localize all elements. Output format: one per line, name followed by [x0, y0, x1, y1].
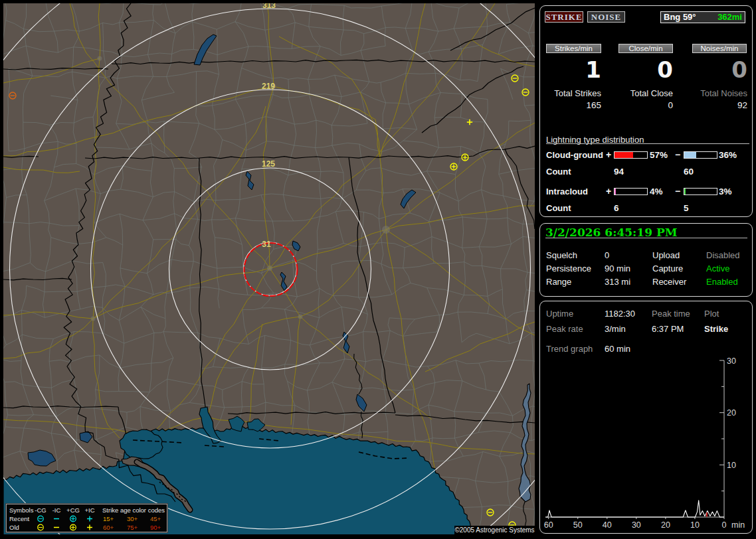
ic-minus-bar-fill: [684, 189, 686, 194]
receiver-label: Receiver: [652, 277, 686, 287]
svg-text:40: 40: [603, 520, 612, 530]
age-90-label: 90+: [150, 524, 161, 532]
capture-label: Capture: [652, 264, 683, 273]
strike-mode-button[interactable]: STRIKE: [545, 11, 583, 23]
ic-minus-sign: −: [675, 186, 680, 196]
noises-per-min-value: 0: [692, 56, 747, 83]
svg-text:10: 10: [690, 520, 700, 530]
map-legend: Symbols -CG -IC +CG +IC Strike age color…: [6, 504, 167, 532]
svg-text:60: 60: [544, 520, 553, 530]
ic-minus-pct: 3%: [719, 187, 732, 196]
ic-minus-count: 5: [684, 203, 689, 213]
recent-pos-cg-icon: [70, 515, 77, 522]
cg-plus-pct: 57%: [650, 150, 668, 160]
age-45-label: 45+: [150, 515, 161, 523]
cg-plus-count: 94: [614, 167, 624, 177]
range-value: 313 mi: [605, 277, 630, 287]
distribution-divider: [546, 143, 749, 144]
ic-plus-sign: +: [606, 186, 611, 196]
legend-ncg-header: -CG: [35, 506, 46, 514]
age-15-label: 15+: [103, 515, 114, 523]
cg-minus-bar-fill: [684, 152, 696, 158]
ic-plus-bar: [614, 188, 648, 195]
legend-pcg-header: +CG: [66, 506, 80, 514]
close-per-min-button[interactable]: Close/min: [618, 44, 673, 53]
legend-nic-header: -IC: [52, 506, 61, 514]
legend-old-label: Old: [9, 524, 19, 532]
intracloud-label: Intracloud: [546, 187, 588, 196]
lightning-map[interactable]: 31321912531 Symbols -CG -IC +CG +IC Stri…: [3, 3, 535, 534]
app-window: 31321912531 Symbols -CG -IC +CG +IC Stri…: [0, 0, 756, 539]
range-ring-label-219: 219: [262, 82, 275, 91]
cg-minus-count: 60: [684, 167, 694, 177]
cg-plus-sign: +: [606, 149, 611, 160]
cg-minus-sign: −: [675, 149, 680, 160]
recent-neg-cg-icon: [37, 515, 45, 522]
total-noises-label: Total Noises: [692, 88, 747, 98]
range-ring-label-125: 125: [262, 159, 275, 169]
squelch-label: Squelch: [546, 250, 577, 260]
upload-status: Disabled: [706, 250, 740, 260]
cg-count-label: Count: [546, 167, 571, 177]
strikes-per-min-value: 1: [546, 56, 601, 83]
old-neg-cg-icon: [37, 524, 45, 531]
ic-plus-pct: 4%: [650, 187, 663, 196]
close-per-min-value: 0: [618, 56, 673, 83]
bearing-label: Bng 59°: [664, 12, 696, 23]
ic-plus-count: 6: [614, 203, 619, 213]
cloud-ground-label: Cloud-ground: [546, 150, 603, 160]
old-pos-cg-icon: [70, 524, 77, 531]
svg-text:10: 10: [727, 461, 736, 470]
squelch-value: 0: [605, 250, 609, 260]
total-strikes-value: 165: [546, 100, 601, 110]
svg-text:20: 20: [727, 408, 736, 418]
ic-minus-bar: [684, 188, 717, 195]
recent-neg-ic-icon: [53, 515, 60, 522]
range-label: Range: [546, 277, 571, 287]
recent-pos-ic-icon: [86, 515, 94, 522]
total-noises-value: 92: [692, 100, 747, 110]
ic-count-label: Count: [546, 203, 571, 213]
svg-text:0: 0: [722, 520, 727, 530]
noises-per-min-button[interactable]: Noises/min: [692, 44, 747, 53]
legend-recent-label: Recent: [9, 515, 29, 523]
total-close-value: 0: [618, 100, 673, 110]
current-datetime: 3/2/2026 6:45:19 PM: [545, 226, 678, 239]
svg-text:30: 30: [727, 356, 736, 366]
svg-text:20: 20: [661, 520, 670, 530]
svg-text:min: min: [731, 520, 745, 530]
strikes-per-min-button[interactable]: Strikes/min: [546, 44, 601, 53]
svg-text:50: 50: [573, 520, 583, 530]
legend-symbols-header: Symbols: [9, 506, 33, 514]
cg-minus-pct: 36%: [719, 150, 737, 160]
map-canvas: 31321912531: [3, 3, 535, 534]
age-30-label: 30+: [127, 515, 138, 523]
status-divider: [545, 238, 747, 238]
capture-status: Active: [706, 264, 729, 273]
cg-minus-bar: [684, 151, 717, 159]
bearing-readout: Bng 59° 362mi: [660, 11, 745, 23]
strike-stats-panel: STRIKE NOISE Bng 59° 362mi Strikes/min C…: [539, 5, 753, 217]
ic-plus-bar-fill: [614, 189, 616, 194]
upload-label: Upload: [652, 250, 680, 260]
trend-panel: Uptime 1182:30 Peak time Plot Peak rate …: [539, 301, 753, 534]
age-60-label: 60+: [103, 524, 114, 532]
trend-graph-chart: 1020306050403020100min: [540, 301, 752, 533]
persistence-label: Persistence: [546, 264, 591, 273]
status-panel: 3/2/2026 6:45:19 PM Squelch 0 Upload Dis…: [539, 223, 753, 297]
old-pos-ic-icon: [86, 524, 94, 531]
bearing-distance: 362mi: [717, 12, 742, 23]
svg-text:30: 30: [632, 520, 641, 530]
cg-plus-bar-fill: [614, 152, 633, 158]
range-ring-label-31: 31: [262, 240, 271, 249]
persistence-value: 90 min: [605, 264, 630, 273]
noise-mode-button[interactable]: NOISE: [587, 11, 625, 23]
total-strikes-label: Total Strikes: [546, 88, 601, 98]
age-75-label: 75+: [127, 524, 138, 532]
total-close-label: Total Close: [618, 88, 673, 98]
cg-plus-bar: [614, 151, 648, 159]
legend-age-title: Strike age color codes: [102, 506, 165, 514]
receiver-status: Enabled: [706, 277, 738, 287]
old-neg-ic-icon: [53, 524, 60, 531]
range-ring-label-313: 313: [262, 3, 276, 10]
